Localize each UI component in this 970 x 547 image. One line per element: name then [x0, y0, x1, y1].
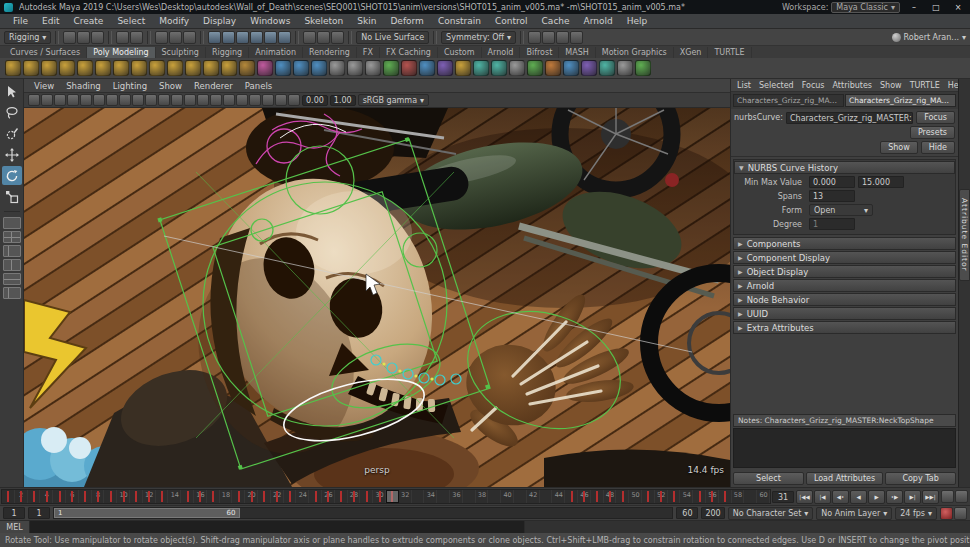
shelf-tab-rendering[interactable]: Rendering	[303, 47, 357, 58]
smooth-icon[interactable]	[437, 60, 453, 76]
max-value-field[interactable]: 15.000	[858, 176, 904, 188]
crease-icon[interactable]	[617, 60, 633, 76]
panel-menu-panels[interactable]: Panels	[239, 81, 278, 91]
poly-cylinder-icon[interactable]	[41, 60, 57, 76]
ae-menu-selected[interactable]: Selected	[755, 81, 798, 90]
extrude-icon[interactable]	[491, 60, 507, 76]
playback-start-field[interactable]: 1	[28, 507, 50, 519]
ae-tab-transform-node[interactable]: Characters_Grizz_rig_MASTER:NeckTop	[733, 94, 844, 107]
maximize-button[interactable]: □	[928, 3, 944, 12]
ae-section-extra-attributes[interactable]: ▶Extra Attributes	[733, 321, 956, 334]
select-object-icon[interactable]	[169, 31, 182, 44]
time-slider[interactable]: 2468101214161820222426283032343638404244…	[1, 489, 771, 504]
go-to-playback-end-button[interactable]: ▶▶|	[922, 490, 939, 504]
gamma-field[interactable]: 1.00	[330, 95, 356, 106]
target-weld-icon[interactable]	[545, 60, 561, 76]
viewport-panel[interactable]: persp 14.4 fps	[24, 108, 730, 487]
show-button[interactable]: Show	[880, 141, 918, 154]
mirror-icon[interactable]	[563, 60, 579, 76]
shelf-tab-mash[interactable]: MASH	[559, 47, 595, 58]
snap-projected-center-icon[interactable]	[250, 31, 263, 44]
construction-history-icon[interactable]	[331, 31, 344, 44]
shelf-tab-animation[interactable]: Animation	[249, 47, 303, 58]
panel-menu-show[interactable]: Show	[153, 81, 188, 91]
menu-help[interactable]: Help	[620, 16, 655, 26]
signed-in-user[interactable]: Robert Aran...▾	[892, 33, 966, 42]
ae-section-uuid[interactable]: ▶UUID	[733, 307, 956, 320]
poly-text-icon[interactable]	[275, 60, 291, 76]
redo-icon[interactable]	[130, 31, 143, 44]
layout-single-perspective-button[interactable]	[3, 217, 21, 229]
output-connections-icon[interactable]	[317, 31, 330, 44]
ae-section-arnold[interactable]: ▶Arnold	[733, 279, 956, 292]
character-set-selector[interactable]: No Character Set▾	[728, 507, 814, 520]
poly-pipe-icon[interactable]	[167, 60, 183, 76]
gate-mask-icon[interactable]	[158, 94, 170, 106]
hide-button[interactable]: Hide	[921, 141, 955, 154]
menu-set-selector[interactable]: Rigging▾	[4, 31, 51, 44]
move-tool-button[interactable]	[2, 145, 22, 164]
make-live-icon[interactable]	[278, 31, 291, 44]
shelf-tab-motion-graphics[interactable]: Motion Graphics	[596, 47, 674, 58]
poly-platonic-icon[interactable]	[131, 60, 147, 76]
two-d-pan-zoom-icon[interactable]	[93, 94, 105, 106]
anim-snap-icon[interactable]	[955, 490, 968, 503]
layout-hypershade-persp-button[interactable]	[3, 287, 21, 299]
shelf-tab-xgen[interactable]: XGen	[674, 47, 709, 58]
select-hierarchy-icon[interactable]	[155, 31, 168, 44]
safe-title-icon[interactable]	[197, 94, 209, 106]
minimize-button[interactable]: –	[906, 3, 922, 12]
copy-tab-button[interactable]: Copy Tab	[885, 472, 956, 485]
snap-point-icon[interactable]	[236, 31, 249, 44]
shelf-tab-turtle[interactable]: TURTLE	[708, 47, 751, 58]
menu-control[interactable]: Control	[488, 16, 535, 26]
bevel-icon[interactable]	[455, 60, 471, 76]
poly-cone-icon[interactable]	[59, 60, 75, 76]
shelf-tab-arnold[interactable]: Arnold	[482, 47, 521, 58]
range-slider-bar[interactable]: 1 60	[54, 508, 240, 518]
menu-file[interactable]: File	[6, 16, 35, 26]
undo-icon[interactable]	[116, 31, 129, 44]
menu-edit[interactable]: Edit	[35, 16, 66, 26]
attribute-editor-vertical-tab[interactable]: Attribute Editor	[959, 189, 970, 281]
min-value-field[interactable]: 0.000	[809, 176, 855, 188]
ae-tab-shape-node[interactable]: Characters_Grizz_rig_MASTER:NeckTopShape	[845, 94, 956, 107]
node-name-field[interactable]: Characters_Grizz_rig_MASTER:NeckTopShape	[786, 112, 913, 124]
presets-button[interactable]: Presets	[910, 126, 955, 139]
ae-section-components[interactable]: ▶Components	[733, 237, 956, 250]
open-render-view-icon[interactable]	[528, 31, 541, 44]
shelf-tab-fx[interactable]: FX	[357, 47, 380, 58]
shelf-tab-curves-surfaces[interactable]: Curves / Surfaces	[4, 47, 87, 58]
boolean-difference-icon[interactable]	[401, 60, 417, 76]
shelf-tab-poly-modeling[interactable]: Poly Modeling	[87, 47, 155, 58]
poly-soccer-ball-icon[interactable]	[221, 60, 237, 76]
play-forwards-button[interactable]: ▶	[868, 490, 885, 504]
exposure-field[interactable]: 0.00	[302, 95, 328, 106]
rotate-tool-button[interactable]	[2, 166, 22, 185]
camera-attributes-icon[interactable]	[54, 94, 66, 106]
bridge-icon[interactable]	[473, 60, 489, 76]
sculpt-tool-icon[interactable]	[257, 60, 273, 76]
menu-skin[interactable]: Skin	[350, 16, 383, 26]
fps-selector[interactable]: 24 fps▾	[895, 507, 937, 520]
go-to-playback-start-button[interactable]: |◀◀	[796, 490, 813, 504]
poly-type-icon[interactable]	[293, 60, 309, 76]
menu-arnold[interactable]: Arnold	[577, 16, 620, 26]
current-time-field[interactable]: 31	[772, 491, 794, 503]
close-button[interactable]: ×	[950, 3, 966, 12]
panel-menu-lighting[interactable]: Lighting	[107, 81, 153, 91]
notes-input[interactable]	[733, 428, 956, 468]
animation-end-field[interactable]: 200	[701, 507, 724, 519]
grease-pencil-icon[interactable]	[106, 94, 118, 106]
ae-menu-show[interactable]: Show	[876, 81, 906, 90]
ambient-occlusion-icon[interactable]	[249, 94, 261, 106]
ae-menu-turtle[interactable]: TURTLE	[906, 81, 944, 90]
panel-menu-renderer[interactable]: Renderer	[188, 81, 239, 91]
sweep-mesh-icon[interactable]	[311, 60, 327, 76]
step-forward-key-button[interactable]: •▶	[886, 490, 903, 504]
xray-icon[interactable]	[288, 94, 300, 106]
menu-deform[interactable]: Deform	[383, 16, 430, 26]
symmetry-selector[interactable]: Symmetry: Off▾	[441, 31, 516, 44]
connect-icon[interactable]	[599, 60, 615, 76]
menu-constrain[interactable]: Constrain	[431, 16, 488, 26]
